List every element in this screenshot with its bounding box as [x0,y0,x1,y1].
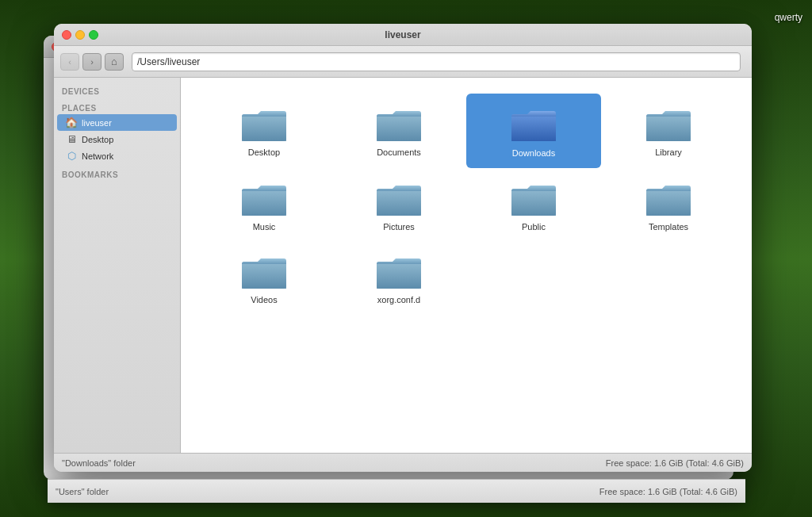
file-item-library[interactable]: Library [601,94,736,168]
svg-rect-3 [377,117,421,141]
svg-rect-9 [242,191,286,216]
svg-rect-1 [242,117,286,141]
close-button[interactable] [62,30,71,40]
window-main: liveuser ‹ › ⌂ Devices Places 🏠 liveuser… [54,24,752,472]
users-statusbar-right: Free space: 1.6 GiB (Total: 4.6 GiB) [599,487,737,496]
sidebar-item-desktop[interactable]: 🖥 Desktop [57,131,177,147]
file-label-videos: Videos [251,295,277,304]
svg-rect-19 [377,264,421,289]
home-button[interactable]: ⌂ [105,53,124,71]
file-label-xorg: xorg.conf.d [377,295,420,304]
file-label-templates: Templates [649,222,688,232]
file-item-templates[interactable]: Templates [601,168,736,241]
desktop-username: qwerty [775,12,802,23]
folder-icon-xorg [375,251,423,292]
file-item-xorg[interactable]: xorg.conf.d [331,241,466,314]
toolbar: ‹ › ⌂ [54,46,752,78]
folder-icon-videos [240,251,288,292]
folder-icon-desktop [240,103,288,144]
file-item-public[interactable]: Public [466,168,601,241]
content-area: Devices Places 🏠 liveuser 🖥 Desktop ⬡ Ne… [54,78,752,453]
folder-icon-pictures [375,178,423,219]
file-item-pictures[interactable]: Pictures [331,168,466,241]
sidebar-label-network: Network [82,151,113,161]
file-item-downloads[interactable]: Downloads [466,94,601,168]
file-item-music[interactable]: Music [197,168,331,241]
file-item-desktop[interactable]: Desktop [197,94,331,168]
folder-icon-templates [645,178,692,219]
file-grid: Desktop Documents [181,78,752,453]
folder-icon-music [240,178,288,219]
home-icon: 🏠 [65,117,78,128]
sidebar-item-liveuser[interactable]: 🏠 liveuser [57,114,177,131]
file-label-music: Music [253,222,276,232]
folder-icon-documents [375,103,423,144]
forward-button[interactable]: › [82,53,102,71]
folder-icon-public [510,178,557,219]
sidebar-section-devices: Devices [54,84,180,98]
traffic-lights-main [62,30,98,40]
svg-rect-17 [242,264,286,289]
sidebar-section-bookmarks: Bookmarks [54,167,180,181]
file-item-videos[interactable]: Videos [197,241,331,314]
back-button[interactable]: ‹ [60,53,79,71]
folder-icon-library [645,103,692,144]
file-item-documents[interactable]: Documents [331,94,466,168]
file-label-desktop: Desktop [248,147,280,157]
svg-rect-5 [511,117,556,141]
svg-rect-7 [646,117,691,141]
window-users-statusbar: "Users" folder Free space: 1.6 GiB (Tota… [48,479,745,503]
statusbar-main: "Downloads" folder Free space: 1.6 GiB (… [54,453,752,472]
sidebar: Devices Places 🏠 liveuser 🖥 Desktop ⬡ Ne… [54,78,181,453]
network-icon: ⬡ [65,150,78,162]
window-title-main: liveuser [385,29,420,40]
svg-rect-13 [511,191,556,216]
sidebar-section-places: Places [54,101,180,114]
file-label-documents: Documents [377,147,421,157]
file-label-public: Public [522,222,546,232]
svg-rect-15 [646,191,691,216]
address-bar[interactable] [132,52,741,71]
statusbar-left: "Downloads" folder [62,458,136,468]
statusbar-right: Free space: 1.6 GiB (Total: 4.6 GiB) [606,458,744,468]
sidebar-item-network[interactable]: ⬡ Network [57,147,177,164]
file-label-downloads: Downloads [509,147,558,159]
sidebar-label-liveuser: liveuser [82,118,112,128]
file-label-library: Library [655,147,682,157]
users-statusbar-left: "Users" folder [56,487,109,496]
titlebar-main: liveuser [54,24,752,46]
file-label-pictures: Pictures [383,222,415,232]
folder-icon-downloads [510,103,557,144]
maximize-button[interactable] [89,30,98,40]
svg-rect-11 [377,191,421,216]
sidebar-label-desktop: Desktop [82,135,113,144]
minimize-button[interactable] [75,30,85,40]
desktop-icon: 🖥 [65,133,78,145]
